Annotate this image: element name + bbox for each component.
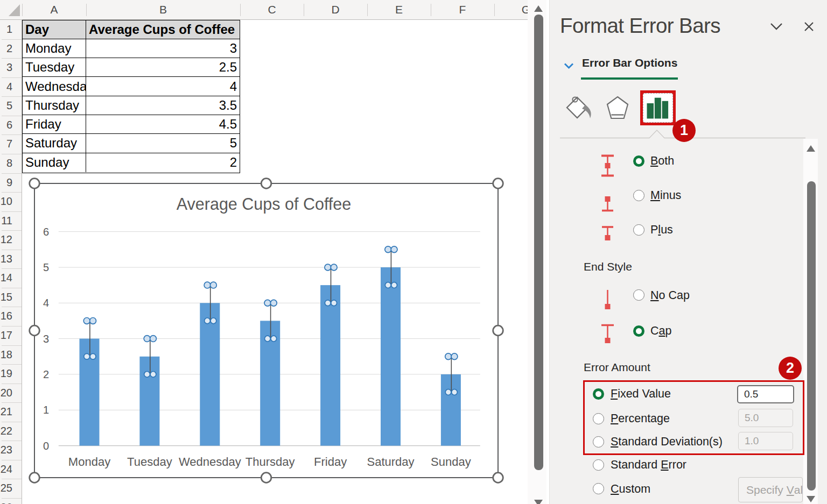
svg-text:Average Cups of Coffee: Average Cups of Coffee bbox=[177, 195, 351, 214]
svg-text:3: 3 bbox=[43, 333, 49, 345]
svg-text:Tuesday: Tuesday bbox=[127, 455, 172, 468]
svg-text:6: 6 bbox=[43, 226, 49, 238]
svg-text:Thursday: Thursday bbox=[246, 455, 295, 468]
svg-text:2: 2 bbox=[43, 368, 49, 380]
svg-text:5: 5 bbox=[43, 261, 49, 273]
svg-text:Monday: Monday bbox=[68, 455, 110, 468]
svg-text:1: 1 bbox=[43, 404, 49, 416]
svg-text:Sunday: Sunday bbox=[431, 455, 471, 468]
svg-text:Wednesday: Wednesday bbox=[179, 455, 241, 468]
svg-text:Saturday: Saturday bbox=[367, 455, 414, 468]
svg-text:Friday: Friday bbox=[314, 455, 347, 468]
svg-text:0: 0 bbox=[43, 440, 49, 452]
svg-text:4: 4 bbox=[43, 297, 49, 309]
